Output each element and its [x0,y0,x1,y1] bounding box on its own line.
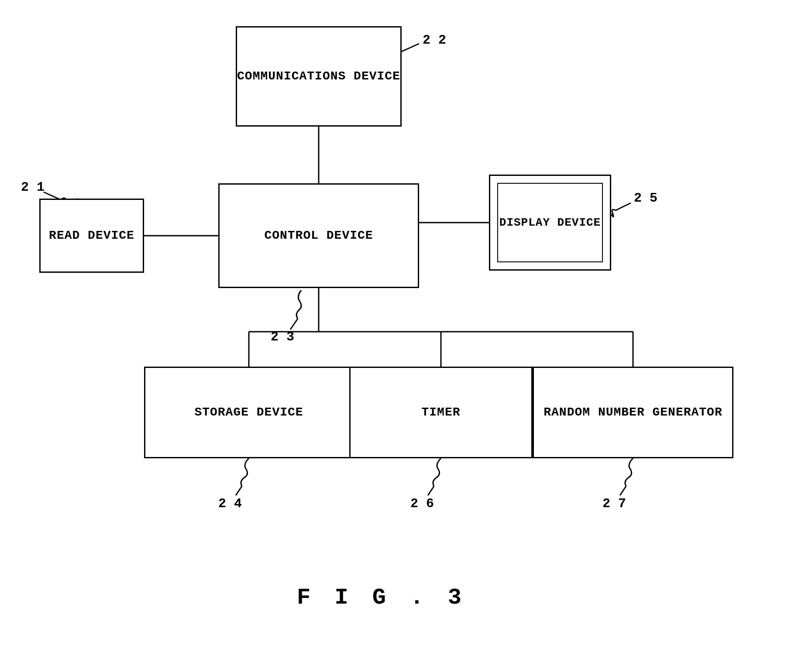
display-device-inner-box: DISPLAY DEVICE [497,183,603,262]
control-device-box: CONTROL DEVICE [218,183,419,288]
timer-label: TIMER [421,404,460,421]
svg-line-18 [428,486,434,495]
communications-device-box: COMMUNICATIONS DEVICE [236,26,402,127]
storage-device-box: STORAGE DEVICE [144,367,354,458]
timer-box: TIMER [349,367,533,458]
svg-text:2 5: 2 5 [634,191,657,206]
svg-line-16 [616,203,631,210]
storage-device-label: STORAGE DEVICE [194,404,303,421]
diagram: 2 2 2 1 2 3 2 4 2 5 2 6 2 7 COMMUNICATIO… [0,0,812,656]
svg-line-14 [236,486,242,495]
svg-text:2 6: 2 6 [410,496,434,511]
read-device-label: READ DEVICE [49,227,134,244]
random-number-generator-label: RANDOM NUMBER GENERATOR [544,404,722,421]
figure-label: F I G . 3 [297,585,467,611]
random-number-generator-box: RANDOM NUMBER GENERATOR [533,367,733,458]
svg-text:2 1: 2 1 [21,180,45,195]
display-device-label: DISPLAY DEVICE [499,215,601,230]
svg-text:2 4: 2 4 [218,496,242,511]
svg-text:2 3: 2 3 [271,330,294,344]
read-device-box: READ DEVICE [39,199,144,273]
svg-line-20 [620,486,626,495]
connectors: 2 2 2 1 2 3 2 4 2 5 2 6 2 7 [0,0,812,656]
display-device-outer-box: DISPLAY DEVICE [489,175,611,271]
communications-device-label: COMMUNICATIONS DEVICE [237,68,400,85]
svg-line-12 [290,319,298,330]
control-device-label: CONTROL DEVICE [264,227,373,244]
svg-line-8 [402,44,419,52]
svg-text:2 2: 2 2 [423,33,446,48]
svg-text:2 7: 2 7 [602,496,626,511]
